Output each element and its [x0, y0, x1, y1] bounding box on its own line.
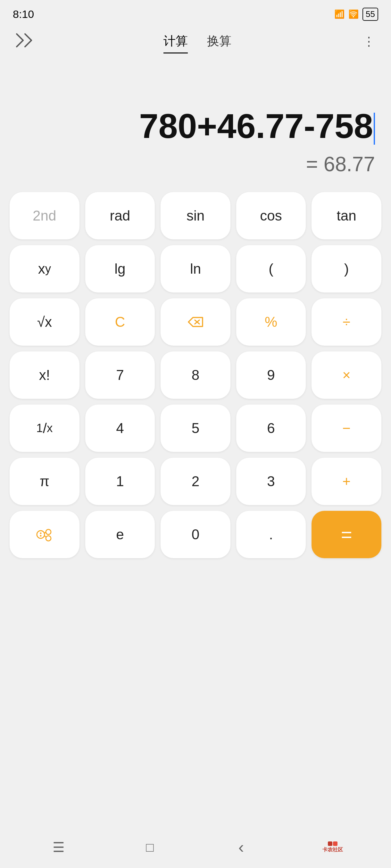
key-3[interactable]: 3 [236, 458, 306, 505]
key-5[interactable]: 5 [161, 405, 230, 452]
key-row-7: e 0 . = [9, 511, 381, 558]
svg-point-7 [46, 529, 51, 534]
status-time: 8:10 [13, 8, 34, 21]
key-cos[interactable]: cos [236, 192, 306, 239]
key-lg[interactable]: lg [85, 245, 155, 292]
svg-line-10 [45, 536, 46, 537]
svg-point-8 [46, 536, 51, 541]
key-clear[interactable]: C [85, 298, 155, 346]
key-row-1: 2nd rad sin cos tan [9, 192, 381, 239]
bottom-nav-back[interactable]: ‹ [228, 838, 254, 857]
key-sqrt[interactable]: √x [9, 298, 80, 346]
tab-calc[interactable]: 计算 [163, 30, 188, 54]
key-rad[interactable]: rad [85, 192, 155, 239]
key-multiply[interactable]: × [311, 351, 381, 399]
key-power[interactable]: xy [9, 245, 80, 292]
svg-line-1 [17, 40, 23, 47]
bottom-nav-home[interactable]: □ [137, 838, 163, 857]
key-close-paren[interactable]: ) [311, 245, 381, 292]
bottom-nav-community[interactable]: 卡农社区 [320, 838, 345, 857]
svg-point-12 [40, 535, 41, 537]
key-1[interactable]: 1 [85, 458, 155, 505]
key-2[interactable]: 2 [161, 458, 230, 505]
expression-display: 780+46.77-758 [139, 106, 375, 146]
key-backspace[interactable] [161, 298, 230, 346]
key-factorial[interactable]: x! [9, 351, 80, 399]
bottom-navigation: ☰ □ ‹ 卡农社区 [0, 827, 391, 868]
result-display: = 68.77 [306, 152, 375, 176]
key-2nd[interactable]: 2nd [9, 192, 80, 239]
keypad: 2nd rad sin cos tan xy lg ln ( ) √x C % … [0, 186, 391, 567]
svg-point-11 [40, 533, 41, 534]
bottom-nav-menu[interactable]: ☰ [46, 838, 72, 857]
key-open-paren[interactable]: ( [236, 245, 306, 292]
menu-icon: ☰ [53, 839, 65, 855]
home-icon: □ [146, 840, 153, 855]
tab-convert[interactable]: 换算 [207, 30, 231, 54]
svg-line-3 [25, 34, 31, 40]
status-icons: 📶 🛜 55 [334, 8, 378, 21]
key-dot[interactable]: . [236, 511, 306, 558]
signal-icon: 📶 [334, 9, 344, 19]
key-plus[interactable]: + [311, 458, 381, 505]
key-tan[interactable]: tan [311, 192, 381, 239]
key-row-6: π 1 2 3 + [9, 458, 381, 505]
key-reciprocal[interactable]: 1/x [9, 405, 80, 452]
status-bar: 8:10 📶 🛜 55 [0, 0, 391, 26]
key-row-2: xy lg ln ( ) [9, 245, 381, 292]
key-random[interactable] [9, 511, 80, 558]
wifi-icon: 🛜 [348, 9, 359, 19]
key-7[interactable]: 7 [85, 351, 155, 399]
key-0[interactable]: 0 [161, 511, 230, 558]
key-minus[interactable]: − [311, 405, 381, 452]
key-divide[interactable]: ÷ [311, 298, 381, 346]
key-equals[interactable]: = [311, 511, 381, 558]
key-pi[interactable]: π [9, 458, 80, 505]
key-9[interactable]: 9 [236, 351, 306, 399]
nav-tabs: 计算 换算 [163, 30, 231, 54]
svg-line-0 [17, 34, 23, 40]
key-4[interactable]: 4 [85, 405, 155, 452]
key-e[interactable]: e [85, 511, 155, 558]
battery-indicator: 55 [362, 8, 378, 21]
key-percent[interactable]: % [236, 298, 306, 346]
display-area: 780+46.77-758 = 68.77 [0, 58, 391, 186]
key-row-5: 1/x 4 5 6 − [9, 405, 381, 452]
key-row-4: x! 7 8 9 × [9, 351, 381, 399]
key-8[interactable]: 8 [161, 351, 230, 399]
back-icon: ‹ [239, 839, 244, 856]
top-navigation: 计算 换算 ⋮ [0, 26, 391, 58]
svg-line-2 [25, 40, 31, 47]
more-menu-icon[interactable]: ⋮ [363, 35, 375, 49]
key-ln[interactable]: ln [161, 245, 230, 292]
community-label: 卡农社区 [323, 846, 343, 853]
cursor [374, 113, 375, 145]
svg-point-6 [37, 531, 45, 538]
key-6[interactable]: 6 [236, 405, 306, 452]
collapse-icon[interactable] [16, 33, 32, 50]
key-sin[interactable]: sin [161, 192, 230, 239]
key-row-3: √x C % ÷ [9, 298, 381, 346]
